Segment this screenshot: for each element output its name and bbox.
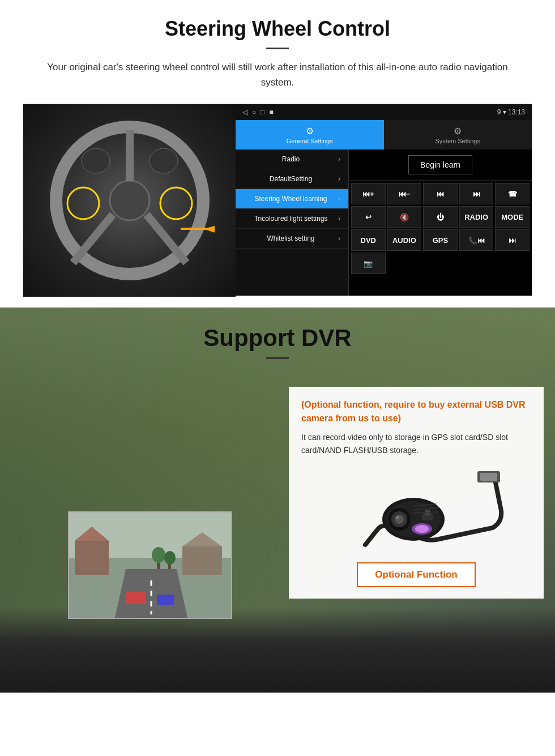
optional-btn-row: Optional Function bbox=[301, 562, 531, 587]
ctrl-back[interactable]: ↩ bbox=[351, 206, 386, 228]
svg-point-1 bbox=[110, 181, 150, 220]
dvr-camera-illustration bbox=[301, 465, 531, 553]
steering-photo bbox=[23, 104, 236, 297]
menu-item-whitelist[interactable]: Whitelist setting › bbox=[236, 229, 348, 249]
dvr-preview-thumbnail bbox=[68, 511, 232, 619]
dvr-road-svg bbox=[69, 512, 232, 619]
general-settings-icon: ⚙ bbox=[306, 126, 314, 136]
tab-system-settings[interactable]: ⚙ System Settings bbox=[384, 120, 532, 150]
home-icon: ○ bbox=[252, 108, 256, 116]
begin-learn-row: Begin learn bbox=[349, 150, 532, 181]
menu-item-tricoloured[interactable]: Tricoloured light settings › bbox=[236, 209, 348, 229]
android-panel: ◁ ○ □ ■ 9 ▾ 13:13 ⚙ General Settings ⚙ S… bbox=[236, 104, 532, 296]
svg-point-5 bbox=[67, 187, 99, 219]
svg-line-4 bbox=[147, 215, 186, 263]
ctrl-power[interactable]: ⏻ bbox=[423, 206, 458, 228]
statusbar-right: 9 ▾ 13:13 bbox=[497, 108, 525, 116]
ctrl-next[interactable]: ⏭ bbox=[459, 183, 494, 204]
svg-line-3 bbox=[73, 215, 113, 263]
android-content: Radio › DefaultSetting › Steering Wheel … bbox=[236, 150, 532, 296]
chevron-whitelist-icon: › bbox=[338, 234, 340, 242]
system-settings-icon: ⚙ bbox=[454, 126, 462, 136]
begin-learn-button[interactable]: Begin learn bbox=[408, 155, 472, 174]
ctrl-prev[interactable]: ⏮ bbox=[423, 183, 458, 204]
menu-item-steering-label: Steering Wheel learning bbox=[244, 195, 338, 203]
tab-general-settings[interactable]: ⚙ General Settings bbox=[236, 120, 384, 150]
steering-section: Steering Wheel Control Your original car… bbox=[0, 0, 555, 307]
steering-photo-inner bbox=[23, 104, 236, 297]
svg-rect-24 bbox=[157, 595, 174, 605]
svg-rect-15 bbox=[75, 541, 109, 575]
menu-item-default-label: DefaultSetting bbox=[244, 175, 338, 183]
svg-point-22 bbox=[164, 551, 176, 565]
menu-icon: ■ bbox=[270, 108, 274, 116]
dvr-card-title: (Optional function, require to buy exter… bbox=[301, 398, 531, 425]
menu-item-radio-label: Radio bbox=[244, 155, 338, 163]
svg-point-8 bbox=[150, 148, 178, 173]
ctrl-audio[interactable]: AUDIO bbox=[387, 229, 422, 251]
dvr-section: Support DVR bbox=[0, 307, 555, 693]
ctrl-vol-up[interactable]: ⏮+ bbox=[351, 183, 386, 204]
android-menu: Radio › DefaultSetting › Steering Wheel … bbox=[236, 150, 349, 296]
ctrl-mode[interactable]: MODE bbox=[495, 206, 530, 228]
svg-rect-26 bbox=[480, 473, 497, 481]
steering-wheel-svg bbox=[45, 116, 215, 285]
menu-item-radio[interactable]: Radio › bbox=[236, 150, 348, 169]
ctrl-mute[interactable]: 🔇 bbox=[387, 206, 422, 228]
menu-item-tricoloured-label: Tricoloured light settings bbox=[244, 215, 338, 223]
ctrl-vol-down[interactable]: ⏮− bbox=[387, 183, 422, 204]
steering-title: Steering Wheel Control bbox=[23, 17, 532, 41]
svg-point-34 bbox=[415, 525, 429, 533]
ctrl-dvd[interactable]: DVD bbox=[351, 229, 386, 251]
chevron-tricoloured-icon: › bbox=[338, 215, 340, 223]
control-grid: ⏮+ ⏮− ⏮ ⏭ ☎ ↩ 🔇 ⏻ RADIO MODE DVD AUDIO G… bbox=[349, 181, 532, 276]
dvr-title-area: Support DVR bbox=[0, 324, 555, 359]
menu-item-defaultsetting[interactable]: DefaultSetting › bbox=[236, 169, 348, 189]
recent-icon: □ bbox=[261, 108, 264, 116]
dvr-divider bbox=[266, 357, 289, 359]
back-icon: ◁ bbox=[242, 108, 247, 116]
svg-point-7 bbox=[82, 148, 110, 173]
chevron-radio-icon: › bbox=[338, 155, 340, 163]
svg-point-6 bbox=[160, 187, 192, 219]
steering-divider bbox=[266, 48, 289, 49]
steering-ui-container: ◁ ○ □ ■ 9 ▾ 13:13 ⚙ General Settings ⚙ S… bbox=[23, 104, 532, 296]
dvr-info-card: (Optional function, require to buy exter… bbox=[289, 387, 544, 599]
ctrl-phone-next[interactable]: ⏭ bbox=[495, 229, 530, 251]
android-tabs: ⚙ General Settings ⚙ System Settings bbox=[236, 120, 532, 150]
ctrl-gps[interactable]: GPS bbox=[423, 229, 458, 251]
dvr-title: Support DVR bbox=[0, 324, 555, 352]
steering-subtitle: Your original car's steering wheel contr… bbox=[45, 59, 510, 90]
ctrl-radio[interactable]: RADIO bbox=[459, 206, 494, 228]
tab-system-label: System Settings bbox=[436, 138, 480, 144]
chevron-steering-icon: › bbox=[338, 195, 340, 203]
ctrl-phone-prev[interactable]: 📞⏮ bbox=[459, 229, 494, 251]
chevron-default-icon: › bbox=[338, 175, 340, 183]
svg-rect-23 bbox=[126, 592, 146, 604]
optional-function-button[interactable]: Optional Function bbox=[357, 562, 475, 587]
android-statusbar: ◁ ○ □ ■ 9 ▾ 13:13 bbox=[236, 104, 532, 120]
dvr-card-body: It can record video only to storage in G… bbox=[301, 431, 531, 456]
svg-point-20 bbox=[152, 547, 165, 563]
svg-rect-17 bbox=[182, 546, 222, 575]
menu-item-whitelist-label: Whitelist setting bbox=[244, 234, 338, 242]
ctrl-extra[interactable]: 📷 bbox=[351, 253, 386, 274]
dvr-dashboard-bottom bbox=[0, 608, 555, 693]
android-right-panel: Begin learn ⏮+ ⏮− ⏮ ⏭ ☎ ↩ 🔇 ⏻ RADIO MODE bbox=[349, 150, 532, 296]
ctrl-phone[interactable]: ☎ bbox=[495, 183, 530, 204]
menu-item-steering-wheel[interactable]: Steering Wheel learning › bbox=[236, 189, 348, 209]
statusbar-left: ◁ ○ □ ■ bbox=[242, 108, 274, 116]
svg-point-32 bbox=[396, 516, 399, 519]
tab-general-label: General Settings bbox=[287, 138, 333, 144]
svg-point-31 bbox=[395, 515, 404, 524]
dvr-preview-inner bbox=[69, 512, 231, 618]
dvr-camera-svg bbox=[326, 465, 507, 553]
